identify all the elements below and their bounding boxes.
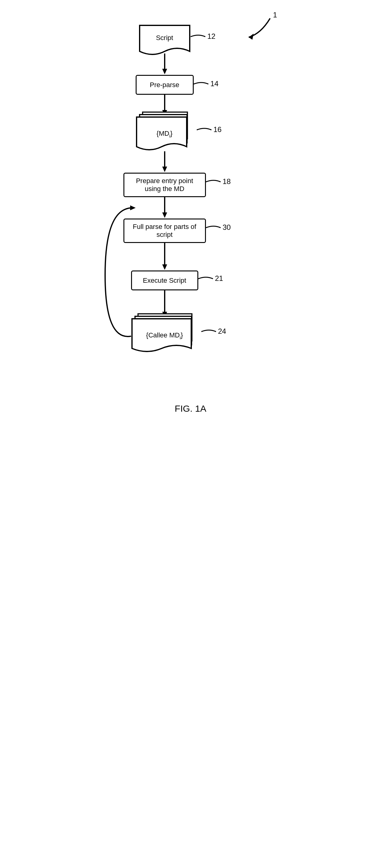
ref-21: 21 xyxy=(215,274,223,283)
node-md-stack: {MDi} xyxy=(136,116,194,156)
node-full-parse: Full parse for parts of script xyxy=(123,219,206,243)
leader-30 xyxy=(206,225,221,234)
svg-marker-2 xyxy=(162,69,167,74)
ref-12: 12 xyxy=(208,32,216,41)
node-script-doc: Script xyxy=(139,25,191,58)
figure-number-label: 1 xyxy=(273,11,277,19)
leader-24 xyxy=(201,329,217,338)
arrow-md-prep xyxy=(162,151,168,173)
ref-16: 16 xyxy=(214,125,222,134)
node-callee-stack: {Callee MDi} xyxy=(131,318,198,358)
flowchart-canvas: 1 Script 12 Pre-parse 14 xyxy=(84,12,297,501)
svg-marker-6 xyxy=(162,166,167,172)
svg-marker-13 xyxy=(130,206,136,210)
leader-18 xyxy=(206,179,221,188)
node-execute: Execute Script xyxy=(131,271,198,290)
node-prep-entry-label: Prepare entry point using the MD xyxy=(128,177,201,193)
loop-back-edge xyxy=(102,205,136,358)
node-callee-label: {Callee MDi} xyxy=(131,331,198,340)
svg-marker-8 xyxy=(162,212,167,218)
figure-caption: FIG. 1A xyxy=(84,403,297,414)
node-execute-label: Execute Script xyxy=(143,277,186,284)
node-prep-entry: Prepare entry point using the MD xyxy=(123,173,206,197)
ref-24: 24 xyxy=(218,327,226,336)
ref-30: 30 xyxy=(223,223,231,232)
arrow-fullparse-execute xyxy=(162,243,168,271)
node-preparse: Pre-parse xyxy=(136,75,194,95)
leader-12 xyxy=(191,34,206,43)
node-preparse-label: Pre-parse xyxy=(150,81,179,89)
node-full-parse-label: Full parse for parts of script xyxy=(128,223,201,239)
node-md-label: {MDi} xyxy=(136,130,194,138)
ref-18: 18 xyxy=(223,177,231,186)
leader-14 xyxy=(194,81,209,90)
leader-16 xyxy=(197,127,212,136)
svg-marker-10 xyxy=(162,265,167,270)
ref-14: 14 xyxy=(211,80,219,88)
figure-ref-arc xyxy=(243,15,279,43)
arrow-prep-fullparse xyxy=(162,197,168,219)
node-script-label: Script xyxy=(139,34,191,42)
arrow-script-preparse xyxy=(162,54,168,75)
leader-21 xyxy=(198,276,214,285)
